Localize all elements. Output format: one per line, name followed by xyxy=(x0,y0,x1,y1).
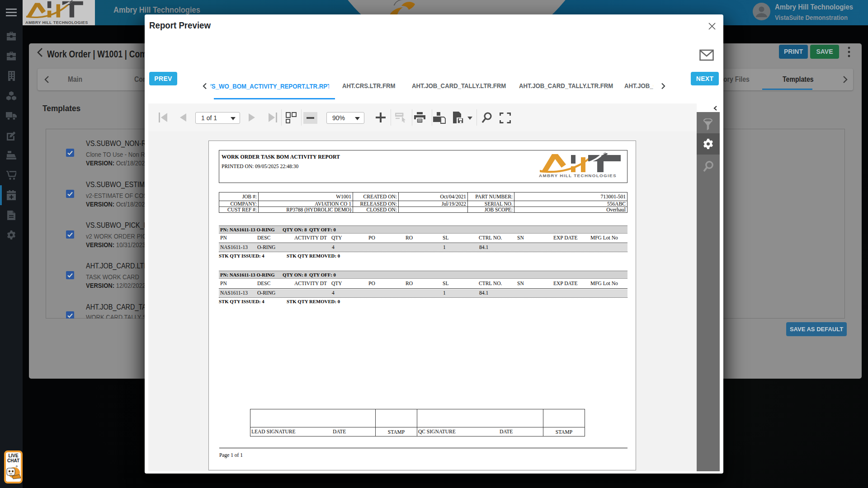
svg-text:AMBRY HILL TECHNOLOGIES: AMBRY HILL TECHNOLOGIES xyxy=(539,173,617,178)
svg-text:AMBRY HILL TECHNOLOGIES: AMBRY HILL TECHNOLOGIES xyxy=(25,20,88,25)
